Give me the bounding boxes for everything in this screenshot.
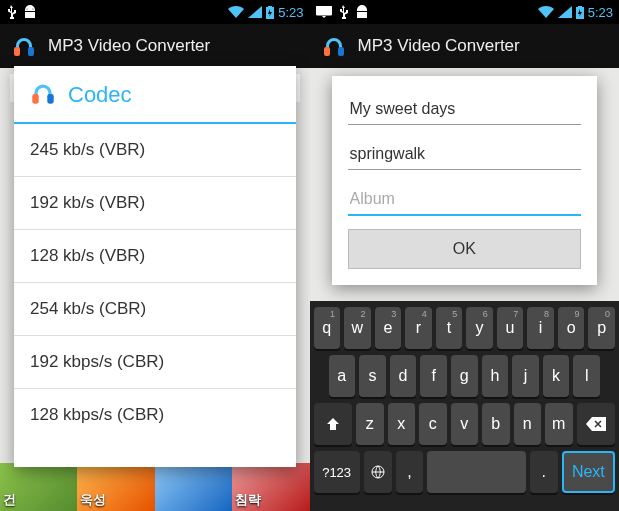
key-l[interactable]: l [573,355,600,397]
key-u[interactable]: u7 [497,307,524,349]
key-row: q1 w2 e3 r4 t5 y6 u7 i8 o9 p0 [314,307,616,349]
dialog-title: Codec [68,82,132,108]
svg-rect-1 [28,47,34,56]
ok-button[interactable]: OK [348,229,582,269]
android-icon [22,5,38,19]
key-s[interactable]: s [359,355,386,397]
svg-rect-3 [47,94,53,104]
key-backspace[interactable] [577,403,616,445]
key-lang[interactable] [364,451,392,493]
status-time: 5:23 [588,5,613,20]
key-v[interactable]: v [451,403,479,445]
key-t[interactable]: t5 [436,307,463,349]
wifi-icon [538,6,554,18]
action-bar: MP3 Video Converter [0,24,310,68]
codec-option[interactable]: 192 kb/s (VBR) [14,177,296,230]
key-q[interactable]: q1 [314,307,341,349]
album-field[interactable] [348,184,582,216]
app-title: MP3 Video Converter [358,36,520,56]
key-d[interactable]: d [390,355,417,397]
key-x[interactable]: x [388,403,416,445]
ad-tile[interactable]: 건 [0,463,77,511]
key-i[interactable]: i8 [527,307,554,349]
ad-tile[interactable] [155,463,232,511]
soft-keyboard: q1 w2 e3 r4 t5 y6 u7 i8 o9 p0 a s d f g … [310,301,620,511]
signal-icon [558,6,572,18]
svg-rect-8 [327,8,329,10]
key-n[interactable]: n [514,403,542,445]
usb-icon [6,5,16,19]
keyboard-indicator-icon [316,6,332,18]
app-icon [320,32,348,60]
battery-icon [266,6,274,19]
key-k[interactable]: k [543,355,570,397]
svg-rect-7 [324,8,326,10]
key-comma[interactable]: , [396,451,424,493]
key-symbols[interactable]: ?123 [314,451,360,493]
key-m[interactable]: m [545,403,573,445]
key-w[interactable]: w2 [344,307,371,349]
status-time: 5:23 [278,5,303,20]
key-period[interactable]: . [530,451,558,493]
action-bar: MP3 Video Converter [310,24,620,68]
app-icon [10,32,38,60]
key-o[interactable]: o9 [558,307,585,349]
phone-left: 5:23 MP3 Video Converter /storage/sdcard… [0,0,310,511]
key-g[interactable]: g [451,355,478,397]
status-bar: 5:23 [0,0,310,24]
signal-icon [248,6,262,18]
svg-rect-10 [324,47,330,56]
key-row: ?123 , . Next [314,451,616,493]
svg-rect-0 [14,47,20,56]
codec-option[interactable]: 245 kb/s (VBR) [14,124,296,177]
key-c[interactable]: c [419,403,447,445]
svg-rect-11 [338,47,344,56]
artist-field[interactable] [348,139,582,170]
svg-rect-5 [318,8,320,10]
svg-rect-2 [32,94,38,104]
key-space[interactable] [427,451,526,493]
dialog-icon [28,78,58,112]
ad-tile[interactable]: 욱성 [77,463,154,511]
key-j[interactable]: j [512,355,539,397]
key-e[interactable]: e3 [375,307,402,349]
usb-icon [338,5,348,19]
codec-option[interactable]: 192 kbps/s (CBR) [14,336,296,389]
key-r[interactable]: r4 [405,307,432,349]
key-y[interactable]: y6 [466,307,493,349]
codec-dialog: Codec 245 kb/s (VBR) 192 kb/s (VBR) 128 … [14,66,296,467]
key-row: z x c v b n m [314,403,616,445]
battery-icon [576,6,584,19]
ad-strip[interactable]: 건 욱성 침략 [0,463,310,511]
key-next[interactable]: Next [562,451,615,493]
key-h[interactable]: h [482,355,509,397]
key-f[interactable]: f [420,355,447,397]
key-b[interactable]: b [482,403,510,445]
codec-option[interactable]: 128 kbps/s (CBR) [14,389,296,441]
metadata-dialog: OK [332,76,598,285]
svg-rect-4 [316,6,332,15]
svg-rect-6 [321,8,323,10]
codec-option[interactable]: 254 kb/s (CBR) [14,283,296,336]
key-a[interactable]: a [329,355,356,397]
key-z[interactable]: z [356,403,384,445]
key-shift[interactable] [314,403,353,445]
status-bar: 5:23 [310,0,620,24]
title-field[interactable] [348,94,582,125]
phone-right: 5:23 MP3 Video Converter OK q1 w2 e3 r4 … [310,0,620,511]
codec-list: 245 kb/s (VBR) 192 kb/s (VBR) 128 kb/s (… [14,124,296,467]
codec-option[interactable]: 128 kb/s (VBR) [14,230,296,283]
app-title: MP3 Video Converter [48,36,210,56]
wifi-icon [228,6,244,18]
key-p[interactable]: p0 [588,307,615,349]
android-icon [354,5,370,19]
key-row: a s d f g h j k l [314,355,616,397]
svg-rect-9 [319,11,329,13]
ad-tile[interactable]: 침략 [232,463,309,511]
